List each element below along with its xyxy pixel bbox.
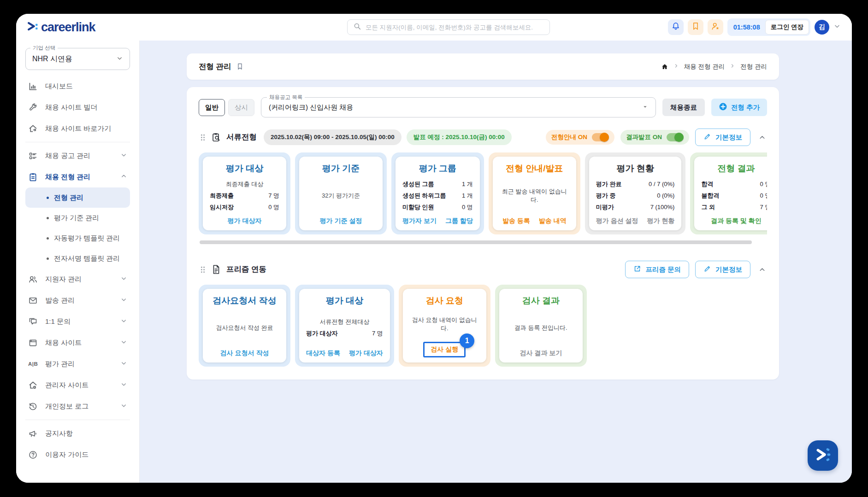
register-target-link[interactable]: 대상자 등록 [306, 349, 340, 357]
period-badge: 2025.10.02(목) 09:00 - 2025.10.05(일) 00:0… [264, 129, 402, 145]
sidebar-item-job-postings[interactable]: 채용 공고 관리 [25, 145, 130, 166]
session-pill: 01:58:08 로그인 연장 [727, 18, 810, 36]
sidebar-item-label: 관리자 사이트 [45, 381, 89, 390]
sidebar-item-dashboard[interactable]: 대시보드 [25, 76, 130, 97]
card-title: 평가 대상 [226, 163, 263, 175]
page-bookmark-icon[interactable] [236, 63, 244, 70]
chevron-down-icon [120, 360, 127, 368]
card-title: 평가 대상 [326, 295, 363, 307]
run-test-link[interactable]: 검사 실행 [431, 345, 458, 353]
sidebar-item-evaluation[interactable]: A|B 평가 관리 [25, 353, 130, 374]
eval-criteria-link[interactable]: 평가 기준 설정 [320, 217, 362, 225]
app-window: careerlink 01:58:08 로그인 연장 김 기업 선택 NHR 시… [16, 14, 852, 483]
sidebar-item-site-builder[interactable]: 채용 사이트 빌더 [25, 97, 130, 118]
card-note: 검사요청서 작성 완료 [210, 323, 279, 333]
sidebar-item-recruit-site[interactable]: 채용 사이트 [25, 332, 130, 353]
company-select-label: 기업 선택 [30, 45, 58, 52]
notifications-button[interactable] [668, 19, 684, 35]
sidebar-item-process-management[interactable]: 채용 전형 관리 [25, 166, 130, 187]
profile-caret-icon[interactable] [833, 23, 841, 32]
chevron-down-icon [120, 152, 127, 160]
sidebar-subitem-auto-eval-template[interactable]: 자동평가 템플릿 관리 [25, 228, 130, 248]
eval-status-link[interactable]: 평가 현황 [647, 217, 675, 225]
horizontal-scrollbar [200, 240, 766, 244]
caret-down-icon [642, 103, 648, 111]
prism-inquiry-button[interactable]: 프리즘 문의 [625, 261, 689, 278]
company-select-value: NHR 시연용 [32, 54, 72, 64]
question-circle-icon [28, 450, 38, 460]
sidebar-item-inquiry[interactable]: 1:1 문의 [25, 311, 130, 332]
chevron-down-icon [120, 381, 127, 389]
basic-info-button[interactable]: 기본정보 [695, 261, 750, 278]
breadcrumb-item-current: 전형 관리 [740, 63, 767, 71]
collapse-chevron-icon[interactable] [758, 266, 766, 274]
bell-icon [671, 22, 680, 33]
sidebar-menu: 대시보드 채용 사이트 빌더 채용 사이트 바로가기 채용 공고 관리 [25, 76, 130, 483]
sidebar-subitem-label: 자동평가 템플릿 관리 [54, 234, 120, 243]
chevron-up-icon [120, 173, 127, 181]
add-process-button[interactable]: 전형 추가 [711, 99, 767, 116]
plus-circle-icon [719, 102, 727, 112]
sidebar-item-applicants[interactable]: 지원자 관리 [25, 269, 130, 290]
scrollbar-thumb[interactable] [200, 240, 752, 244]
global-search[interactable] [347, 19, 550, 35]
write-test-request-link[interactable]: 검사 요청서 작성 [220, 349, 269, 357]
card-title: 검사요청서 작성 [213, 295, 276, 307]
view-evaluators-link[interactable]: 평가자 보기 [402, 217, 437, 225]
company-select[interactable]: 기업 선택 NHR 시연용 [25, 48, 130, 70]
card-stat-row: 미평가7 (100%) [596, 202, 675, 212]
card-stat-row: 평가 완료0 / 7 (0%) [596, 179, 675, 189]
result-toggle[interactable]: 결과발표 ON [620, 130, 689, 145]
account-settings-button[interactable] [708, 19, 723, 35]
assign-group-link[interactable]: 그룹 할당 [445, 217, 473, 225]
bookmarks-button[interactable] [688, 19, 703, 35]
home-icon[interactable] [661, 63, 668, 70]
extend-login-button[interactable]: 로그인 연장 [765, 20, 809, 35]
careerlink-floating-button[interactable] [808, 440, 838, 471]
register-sending-link[interactable]: 발송 등록 [502, 217, 530, 225]
app-header: careerlink 01:58:08 로그인 연장 김 [16, 14, 852, 41]
prism-cards-row: 검사요청서 작성 검사요청서 작성 완료 검사 요청서 작성 평가 대상 서류전… [199, 285, 767, 367]
guide-toggle[interactable]: 전형안내 ON [546, 130, 614, 145]
tab-always-open[interactable]: 상시 [228, 99, 254, 116]
drag-handle-icon[interactable] [200, 133, 206, 142]
result-register-link[interactable]: 결과 등록 및 확인 [711, 217, 762, 225]
breadcrumb-item[interactable]: 채용 전형 관리 [684, 63, 725, 71]
close-recruiting-button[interactable]: 채용종료 [662, 99, 705, 116]
card-title: 전형 안내/발표 [506, 163, 563, 175]
home-external-icon [28, 124, 38, 134]
posting-select[interactable]: 채용공고 목록 (커리어링크) 신입사원 채용 [261, 97, 656, 117]
session-timer: 01:58:08 [733, 23, 760, 31]
sidebar-subitem-process[interactable]: 전형 관리 [25, 187, 130, 208]
sidebar-subitem-criteria[interactable]: 평가 기준 관리 [25, 208, 130, 228]
card-guide-announce: 전형 안내/발표 최근 발송 내역이 없습니다. 발송 등록 발송 내역 [489, 152, 580, 234]
card-eval-status: 평가 현황 평가 완료0 / 7 (0%) 평가 중0 (0%) 미평가7 (1… [585, 152, 686, 234]
breadcrumb: 채용 전형 관리 전형 관리 [661, 63, 767, 71]
sidebar-item-sending[interactable]: 발송 관리 [25, 290, 130, 311]
eval-option-link[interactable]: 평가 옵션 설정 [596, 217, 638, 225]
basic-info-button[interactable]: 기본정보 [695, 129, 750, 146]
brand-logo[interactable]: careerlink [26, 20, 95, 35]
sidebar-item-notices[interactable]: 공지사항 [25, 423, 130, 444]
sending-history-link[interactable]: 발송 내역 [539, 217, 567, 225]
browser-window-icon [28, 338, 38, 348]
person-star-icon [711, 22, 720, 33]
sidebar-item-label: 1:1 문의 [45, 317, 71, 326]
drag-handle-icon[interactable] [200, 265, 206, 275]
sidebar-subitem-label: 전자서명 템플릿 관리 [54, 254, 120, 263]
sidebar-item-user-guide[interactable]: 이용자 가이드 [25, 444, 130, 465]
collapse-chevron-icon[interactable] [758, 134, 766, 141]
sidebar-subitem-esign-template[interactable]: 전자서명 템플릿 관리 [25, 248, 130, 269]
search-input[interactable] [366, 24, 544, 31]
view-test-result-link[interactable]: 검사 결과 보기 [520, 349, 562, 357]
eval-target-link[interactable]: 평가 대상자 [349, 349, 383, 357]
step-badge: 1 [460, 333, 474, 348]
sidebar-item-admin-site[interactable]: 관리자 사이트 [25, 374, 130, 396]
avatar[interactable]: 김 [815, 20, 829, 35]
sidebar-item-site-shortcut[interactable]: 채용 사이트 바로가기 [25, 118, 130, 139]
sidebar-item-privacy-log[interactable]: 개인정보 로그 [25, 396, 130, 417]
card-test-request: 검사 요청 검사 요청 내역이 없습니다. 검사 실행 1 [399, 285, 490, 367]
home-gear-icon [28, 380, 38, 390]
tab-general[interactable]: 일반 [199, 99, 225, 116]
eval-target-link[interactable]: 평가 대상자 [228, 217, 262, 225]
